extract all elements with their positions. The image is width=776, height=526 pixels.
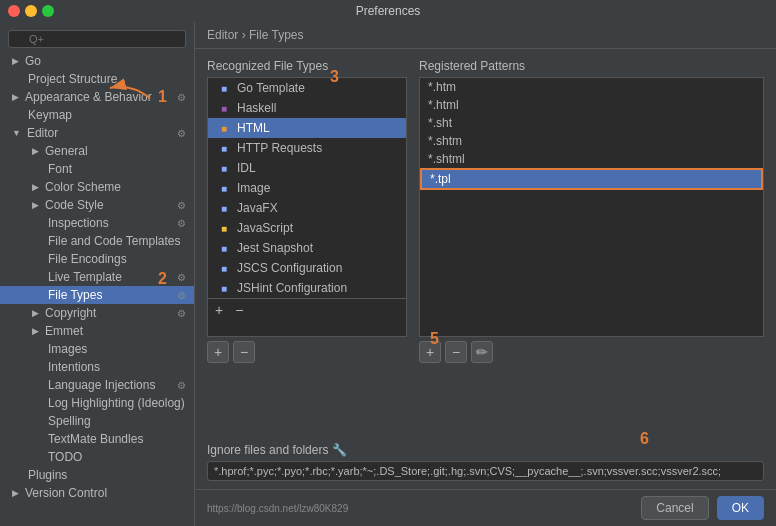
bottom-bar: https://blog.csdn.net/lzw80K829 Cancel O… xyxy=(195,489,776,526)
file-type-item[interactable]: ■Jest Snapshot xyxy=(208,238,406,258)
file-type-icon: ■ xyxy=(216,200,232,216)
pattern-item[interactable]: *.tpl xyxy=(420,168,763,190)
ignore-input[interactable] xyxy=(207,461,764,481)
pattern-item[interactable]: *.shtml xyxy=(420,150,763,168)
file-type-icon: ■ xyxy=(216,80,232,96)
close-button[interactable] xyxy=(8,5,20,17)
file-type-label: Image xyxy=(237,181,270,195)
maximize-button[interactable] xyxy=(42,5,54,17)
sidebar-item-go[interactable]: ▶Go xyxy=(0,52,194,70)
add-file-type-button[interactable]: + xyxy=(207,341,229,363)
sidebar-item-appearance-behavior[interactable]: ▶Appearance & Behavior⚙ xyxy=(0,88,194,106)
file-type-label: JavaFX xyxy=(237,201,278,215)
sidebar-item-log-highlighting[interactable]: Log Highlighting (Ideolog) xyxy=(0,394,194,412)
file-type-item[interactable]: ■HTML xyxy=(208,118,406,138)
patterns-panel: Registered Patterns *.htm*.html*.sht*.sh… xyxy=(419,59,764,433)
sidebar-item-copyright[interactable]: ▶Copyright⚙ xyxy=(0,304,194,322)
sidebar-item-live-template[interactable]: Live Template⚙ xyxy=(0,268,194,286)
pattern-item[interactable]: *.sht xyxy=(420,114,763,132)
file-type-item[interactable]: ■Image xyxy=(208,178,406,198)
add-pattern-button[interactable]: + xyxy=(419,341,441,363)
file-type-icon: ■ xyxy=(216,240,232,256)
sidebar-item-label-file-encodings: File Encodings xyxy=(48,252,127,266)
sidebar-item-label-go: Go xyxy=(25,54,41,68)
sidebar-item-code-style[interactable]: ▶Code Style⚙ xyxy=(0,196,194,214)
main-container: ▶GoProject Structure▶Appearance & Behavi… xyxy=(0,22,776,526)
sidebar-item-editor[interactable]: ▼Editor⚙ xyxy=(0,124,194,142)
file-types-panel: Recognized File Types ■Go Template■Haske… xyxy=(207,59,407,433)
content-body: Recognized File Types ■Go Template■Haske… xyxy=(195,49,776,443)
cancel-button[interactable]: Cancel xyxy=(641,496,708,520)
sidebar-item-label-live-template: Live Template xyxy=(48,270,122,284)
sidebar-item-label-color-scheme: Color Scheme xyxy=(45,180,121,194)
remove-pattern-button[interactable]: − xyxy=(445,341,467,363)
file-type-icon: ■ xyxy=(216,280,232,296)
file-type-icon: ■ xyxy=(216,160,232,176)
file-type-item[interactable]: ■JSCS Configuration xyxy=(208,258,406,278)
file-type-icon: ■ xyxy=(216,100,232,116)
sidebar-item-file-and-code-templates[interactable]: File and Code Templates xyxy=(0,232,194,250)
file-type-icon: ■ xyxy=(216,260,232,276)
ignore-label: Ignore files and folders 🔧 xyxy=(207,443,764,457)
sidebar-item-font[interactable]: Font xyxy=(0,160,194,178)
file-type-item[interactable]: ■JavaScript xyxy=(208,218,406,238)
sidebar-item-label-inspections: Inspections xyxy=(48,216,109,230)
file-type-icon: ■ xyxy=(216,180,232,196)
sidebar-item-label-language-injections: Language Injections xyxy=(48,378,155,392)
sidebar-item-label-file-types: File Types xyxy=(48,288,102,302)
file-type-label: JSHint Configuration xyxy=(237,281,347,295)
file-type-item[interactable]: ■JavaFX xyxy=(208,198,406,218)
file-type-item[interactable]: ■IDL xyxy=(208,158,406,178)
sidebar-item-label-plugins: Plugins xyxy=(28,468,67,482)
sidebar-item-emmet[interactable]: ▶Emmet xyxy=(0,322,194,340)
ok-button[interactable]: OK xyxy=(717,496,764,520)
registered-label: Registered Patterns xyxy=(419,59,764,73)
sidebar-item-general[interactable]: ▶General xyxy=(0,142,194,160)
file-type-remove-icon[interactable]: − xyxy=(231,302,247,318)
remove-file-type-button[interactable]: − xyxy=(233,341,255,363)
sidebar-search-container xyxy=(0,26,194,52)
sidebar-item-plugins[interactable]: Plugins xyxy=(0,466,194,484)
file-type-label: JSCS Configuration xyxy=(237,261,342,275)
sidebar-item-images[interactable]: Images xyxy=(0,340,194,358)
window-title: Preferences xyxy=(356,4,421,18)
sidebar-item-file-encodings[interactable]: File Encodings xyxy=(0,250,194,268)
search-input[interactable] xyxy=(8,30,186,48)
sidebar-item-label-spelling: Spelling xyxy=(48,414,91,428)
minimize-button[interactable] xyxy=(25,5,37,17)
breadcrumb: Editor › File Types xyxy=(195,22,776,49)
pattern-toolbar: + − ✏ xyxy=(419,341,764,363)
sidebar-item-spelling[interactable]: Spelling xyxy=(0,412,194,430)
edit-pattern-button[interactable]: ✏ xyxy=(471,341,493,363)
sidebar-item-color-scheme[interactable]: ▶Color Scheme xyxy=(0,178,194,196)
file-type-item[interactable]: ■Go Template xyxy=(208,78,406,98)
ignore-section: Ignore files and folders 🔧 xyxy=(195,443,776,489)
sidebar-item-label-todo: TODO xyxy=(48,450,82,464)
sidebar-item-todo[interactable]: TODO xyxy=(0,448,194,466)
sidebar-item-label-keymap: Keymap xyxy=(28,108,72,122)
sidebar-item-project-structure[interactable]: Project Structure xyxy=(0,70,194,88)
sidebar-item-intentions[interactable]: Intentions xyxy=(0,358,194,376)
sidebar-item-inspections[interactable]: Inspections⚙ xyxy=(0,214,194,232)
file-type-item[interactable]: ■HTTP Requests xyxy=(208,138,406,158)
pattern-item[interactable]: *.shtm xyxy=(420,132,763,150)
sidebar: ▶GoProject Structure▶Appearance & Behavi… xyxy=(0,22,195,526)
pattern-item[interactable]: *.html xyxy=(420,96,763,114)
file-type-add-icon[interactable]: + xyxy=(211,302,227,318)
file-type-item[interactable]: ■Haskell xyxy=(208,98,406,118)
file-type-item[interactable]: ■JSHint Configuration xyxy=(208,278,406,298)
sidebar-item-file-types[interactable]: File Types⚙ xyxy=(0,286,194,304)
file-type-icon: ■ xyxy=(216,220,232,236)
sidebar-item-textmate-bundles[interactable]: TextMate Bundles xyxy=(0,430,194,448)
sidebar-items-list: ▶GoProject Structure▶Appearance & Behavi… xyxy=(0,52,194,502)
pattern-item[interactable]: *.htm xyxy=(420,78,763,96)
sidebar-item-label-images: Images xyxy=(48,342,87,356)
sidebar-item-keymap[interactable]: Keymap xyxy=(0,106,194,124)
sidebar-item-version-control[interactable]: ▶Version Control xyxy=(0,484,194,502)
file-type-icon: ■ xyxy=(216,140,232,156)
sidebar-item-label-editor: Editor xyxy=(27,126,58,140)
sidebar-item-language-injections[interactable]: Language Injections⚙ xyxy=(0,376,194,394)
sidebar-item-label-appearance-behavior: Appearance & Behavior xyxy=(25,90,152,104)
url-hint: https://blog.csdn.net/lzw80K829 xyxy=(207,503,348,514)
sidebar-item-label-intentions: Intentions xyxy=(48,360,100,374)
